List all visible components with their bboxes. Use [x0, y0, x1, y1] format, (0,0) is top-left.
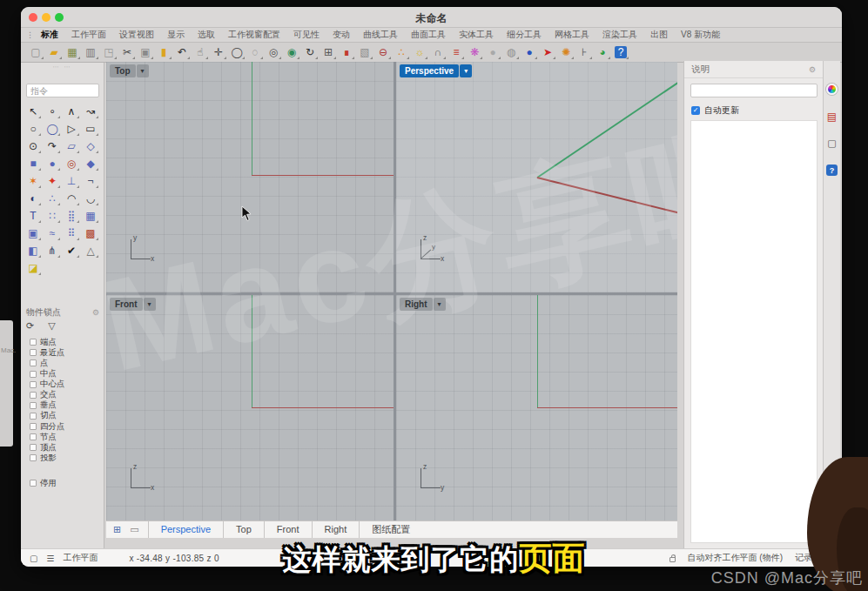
tab-v8-new[interactable]: V8 新功能: [681, 29, 720, 41]
render-sphere-icon[interactable]: ●: [521, 44, 537, 60]
zoom-extents-icon[interactable]: ◉: [284, 44, 299, 60]
menu-overflow-icon[interactable]: ⋮: [26, 30, 34, 39]
settings-gear-icon[interactable]: ✺: [558, 44, 574, 60]
bend-tool-icon[interactable]: ◇: [81, 138, 100, 155]
vp-tab-top[interactable]: Top: [223, 521, 264, 538]
tab-select[interactable]: 选取: [198, 29, 215, 41]
command-input[interactable]: [26, 84, 99, 97]
torus-tool-icon[interactable]: ◎: [62, 155, 81, 172]
osnap-checkbox-item[interactable]: 交点: [30, 390, 65, 400]
blend-tool-icon[interactable]: ◡: [81, 190, 100, 207]
sphere-tool-icon[interactable]: ●: [43, 155, 62, 172]
tab-visibility[interactable]: 可见性: [293, 29, 320, 41]
viewport-right[interactable]: Right ▾ z y: [396, 295, 677, 521]
circle-tool-icon[interactable]: ○: [24, 120, 43, 138]
single-pane-layout-icon[interactable]: ▭: [130, 524, 138, 535]
zoom-window-icon[interactable]: ◌: [247, 44, 263, 60]
light-icon[interactable]: ☼: [412, 44, 427, 60]
curve-tool-icon[interactable]: ↝: [81, 103, 100, 120]
osnap-reset-icon[interactable]: ⟳: [26, 320, 34, 332]
tab-cplane[interactable]: 工作平面: [71, 29, 106, 41]
auto-update-row[interactable]: ✓ 自动更新: [691, 104, 739, 117]
tab-surface-tools[interactable]: 曲面工具: [411, 29, 446, 41]
grid-array-tool-icon[interactable]: ⠿: [62, 225, 81, 242]
check-tool-icon[interactable]: ✔: [62, 242, 81, 259]
chamfer-tool-icon[interactable]: ¬: [81, 172, 100, 190]
tab-mesh-tools[interactable]: 网格工具: [555, 29, 589, 41]
checked-checkbox-icon[interactable]: ✓: [691, 106, 700, 115]
osnap-checkbox-item[interactable]: 节点: [30, 433, 65, 442]
osnap-checkbox-item[interactable]: 切点: [30, 412, 65, 421]
cut-icon[interactable]: ✂: [119, 44, 135, 60]
osnap-checkbox-item[interactable]: 端点: [30, 338, 65, 347]
vp-tab-right[interactable]: Right: [312, 521, 360, 538]
polygon-tool-icon[interactable]: ▷: [62, 120, 81, 138]
tab-subd-tools[interactable]: 细分工具: [507, 29, 542, 41]
tab-display[interactable]: 显示: [167, 29, 185, 41]
point-cloud-tool-icon[interactable]: ∴: [43, 190, 62, 207]
tab-render-tools[interactable]: 渲染工具: [602, 29, 637, 41]
pointer-icon[interactable]: ➤: [540, 44, 555, 60]
osnap-disable-checkbox[interactable]: 停用: [30, 479, 57, 488]
osnap-checkbox-item[interactable]: 点: [30, 359, 65, 368]
viewport-title[interactable]: Perspective: [400, 64, 459, 77]
move-tool-icon[interactable]: ▦: [81, 207, 100, 225]
drag-handle-icon[interactable]: ⋯ ⋯: [21, 64, 104, 71]
viewport-menu-caret-icon[interactable]: ▾: [434, 298, 446, 311]
patch-tool-icon[interactable]: ▱: [62, 138, 81, 155]
viewport-menu-caret-icon[interactable]: ▾: [460, 64, 472, 77]
text-tool-icon[interactable]: T: [24, 207, 43, 225]
offset-tool-icon[interactable]: ⊙: [24, 138, 43, 155]
earth-icon[interactable]: ◕: [595, 44, 610, 60]
box-tool-icon[interactable]: ■: [24, 155, 43, 172]
undo-icon[interactable]: ↶: [174, 44, 190, 60]
osnap-checkbox-item[interactable]: 顶点: [30, 443, 65, 453]
polyline-tool-icon[interactable]: ∧: [62, 103, 81, 120]
osnap-checkbox-item[interactable]: 最近点: [30, 348, 65, 358]
import-icon[interactable]: ◳: [101, 44, 117, 60]
tab-standard[interactable]: 标准: [41, 29, 58, 41]
cplane-icon[interactable]: ⊖: [375, 44, 391, 60]
open-file-icon[interactable]: ▰: [46, 44, 62, 60]
split-tool-icon[interactable]: ✦: [43, 172, 62, 190]
layers-icon[interactable]: ≡: [448, 44, 464, 60]
viewport-title[interactable]: Right: [400, 298, 433, 311]
layers-panel-icon[interactable]: ▤: [826, 111, 838, 122]
panel-gear-icon[interactable]: ⚙: [809, 65, 816, 74]
tab-set-view[interactable]: 设置视图: [119, 29, 154, 41]
arc-blend-tool-icon[interactable]: ◠: [62, 190, 81, 207]
explode-tool-icon[interactable]: ✶: [24, 172, 43, 190]
hierarchy-icon[interactable]: ⊦: [576, 44, 592, 60]
hatch-tool-icon[interactable]: ▩: [81, 225, 100, 242]
surface-tool-icon[interactable]: ◧: [24, 242, 43, 259]
new-file-icon[interactable]: ▢: [28, 44, 44, 60]
paste-icon[interactable]: ▮: [156, 44, 172, 60]
extract-tool-icon[interactable]: ◪: [24, 259, 43, 277]
array-tool-icon[interactable]: ⣿: [62, 207, 81, 225]
rotate-view-icon[interactable]: ✛: [211, 44, 226, 60]
four-pane-layout-icon[interactable]: ⊞: [113, 524, 121, 535]
rectangle-tool-icon[interactable]: ▭: [81, 120, 100, 138]
copy-icon[interactable]: ▣: [138, 44, 153, 60]
lock-icon[interactable]: ∩: [430, 44, 446, 60]
osnap-filter-icon[interactable]: ▽: [48, 320, 55, 332]
osnap-checkbox-item[interactable]: 中点: [30, 369, 65, 379]
print-icon[interactable]: ▥: [83, 44, 98, 60]
tab-solid-tools[interactable]: 实体工具: [459, 29, 494, 41]
fillet-tool-icon[interactable]: ⊥: [62, 172, 81, 190]
tab-viewport-config[interactable]: 工作视窗配置: [228, 29, 280, 41]
display-mode-icon[interactable]: ∎: [339, 44, 354, 60]
help-icon[interactable]: ?: [613, 44, 629, 60]
named-view-icon[interactable]: ▧: [357, 44, 373, 60]
save-icon[interactable]: ▦: [64, 44, 80, 60]
color-wheel-icon[interactable]: ❋: [467, 44, 482, 60]
viewport-menu-caret-icon[interactable]: ▾: [137, 64, 149, 77]
viewport-perspective[interactable]: Perspective ▾ z y x: [396, 62, 677, 292]
network-tool-icon[interactable]: ⋔: [43, 242, 62, 259]
point-tool-icon[interactable]: ∘: [43, 103, 62, 120]
viewport-layout-icon[interactable]: ⊞: [320, 44, 336, 60]
control-points-tool-icon[interactable]: ∷: [43, 207, 62, 225]
vp-tab-front[interactable]: Front: [264, 521, 312, 538]
osnap-diagram-icon[interactable]: ∴: [394, 44, 409, 60]
shaded-sphere-icon[interactable]: ●: [485, 44, 501, 60]
